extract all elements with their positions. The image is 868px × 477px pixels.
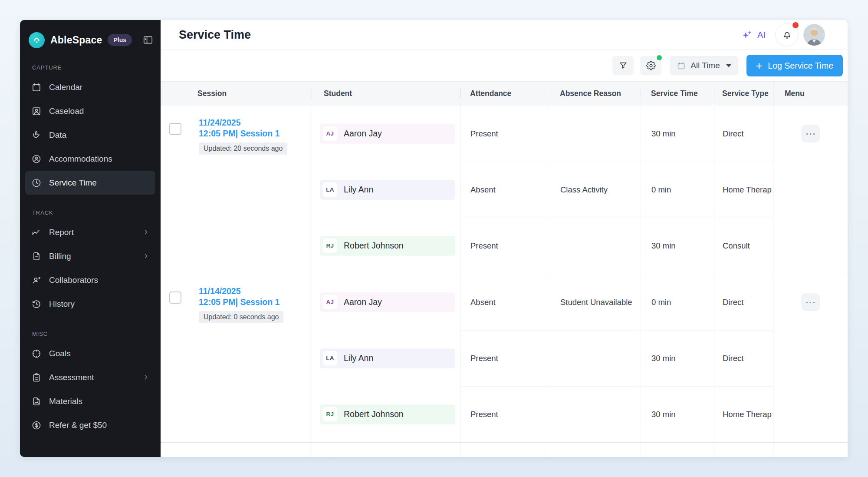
sparkle-icon (741, 29, 753, 41)
sidebar-item-collaborators[interactable]: Collaborators (25, 268, 155, 292)
table-settings-button[interactable] (640, 56, 661, 75)
column-header-session: Session (161, 82, 312, 106)
column-header-attendance: Attendance (460, 82, 547, 106)
student-name: Aaron Jay (344, 129, 382, 139)
session-date-link[interactable]: 11/24/2025 12:05 PM| Session 1 (199, 117, 287, 139)
sidebar-item-report[interactable]: Report (25, 220, 155, 244)
service-type-cell: Direct (714, 106, 773, 162)
student-chip[interactable]: LA Lily Ann (320, 348, 455, 368)
service-time-cell: 30 min (641, 106, 714, 162)
sidebar-item-refer-get-50[interactable]: Refer & get $50 (25, 413, 155, 437)
page-header: Service Time AI (161, 20, 848, 50)
plus-badge: Plus (108, 34, 132, 46)
service-time-cell: 0 min (641, 274, 714, 330)
session-date-link[interactable]: 11/14/2025 12:05 PM| Session 1 (199, 286, 283, 308)
logo-row: AbleSpace Plus (29, 30, 154, 50)
sidebar-item-history[interactable]: History (25, 292, 155, 316)
student-initials-badge: AJ (323, 126, 337, 141)
ai-label: AI (757, 30, 766, 40)
assessment-icon (31, 372, 42, 383)
session-checkbox[interactable] (169, 292, 181, 304)
student-cell: LA Lily Ann (312, 330, 460, 386)
sidebar-item-caseload[interactable]: Caseload (25, 99, 155, 123)
accommodations-icon (31, 154, 42, 164)
student-chip[interactable]: RJ Robert Johnson (320, 404, 455, 424)
app-window: AbleSpace Plus CAPTURE Calendar Caseload… (20, 20, 848, 457)
row-menu-button[interactable]: ⋯ (801, 293, 820, 311)
user-avatar[interactable] (803, 24, 825, 46)
page-title: Service Time (179, 28, 251, 42)
materials-icon (31, 396, 42, 407)
updated-badge: Updated: 20 seconds ago (199, 142, 287, 155)
notifications-button[interactable] (775, 23, 799, 46)
log-service-time-button[interactable]: + Log Service Time (746, 55, 843, 76)
session-time-name: 12:05 PM| Session 1 (199, 297, 283, 308)
sidebar-item-billing[interactable]: Billing (25, 244, 155, 268)
absence-reason-cell (547, 330, 641, 386)
student-initials-badge: AJ (323, 295, 337, 309)
student-name: Lily Ann (344, 353, 373, 363)
sidebar-item-label: Report (49, 228, 74, 237)
table-body: 11/24/2025 12:05 PM| Session 1 Updated: … (161, 106, 848, 457)
service-time-cell: 30 min (641, 330, 714, 386)
filter-button[interactable] (612, 56, 634, 75)
sidebar-item-materials[interactable]: Materials (25, 389, 155, 413)
sidebar-item-assessment[interactable]: Assessment (25, 365, 155, 389)
log-service-time-label: Log Service Time (768, 61, 833, 71)
row-menu-button[interactable]: ⋯ (801, 125, 820, 142)
date-range-dropdown[interactable]: All Time (670, 56, 738, 75)
menu-cell: ⋯ (773, 274, 848, 330)
student-name: Aaron Jay (344, 297, 382, 307)
attendance-cell: Absent (460, 274, 547, 330)
notification-dot (792, 22, 799, 28)
session-group: 11/14/2025 12:05 PM| Session 1 Updated: … (161, 274, 848, 443)
sidebar-item-accommodations[interactable]: Accommodations (25, 147, 155, 171)
student-chip[interactable]: RJ Robert Johnson (320, 236, 455, 256)
absence-reason-cell (547, 218, 641, 274)
sidebar-item-data[interactable]: Data (25, 123, 155, 147)
session-cell: 11/14/2025 12:05 PM| Session 1 Updated: … (161, 274, 312, 442)
menu-cell (773, 162, 848, 218)
partial-row (161, 443, 848, 457)
ablespace-logo-icon (29, 32, 45, 48)
student-cell: AJ Aaron Jay (312, 274, 460, 330)
column-header-menu: Menu (773, 82, 848, 106)
column-header-service-type: Service Type (714, 82, 773, 106)
session-time-name: 12:05 PM| Session 1 (199, 128, 287, 139)
student-cell: LA Lily Ann (312, 162, 460, 218)
session-checkbox[interactable] (169, 123, 181, 135)
student-name: Robert Johnson (344, 241, 404, 251)
sidebar-item-label: Caseload (49, 106, 84, 116)
ai-assistant-button[interactable]: AI (741, 29, 766, 41)
calendar-icon (31, 82, 42, 93)
sidebar-item-label: Accommodations (49, 154, 112, 164)
empty-cell (773, 443, 848, 457)
sidebar-item-label: Billing (49, 252, 71, 261)
sidebar-section-label: TRACK (32, 209, 148, 216)
collapse-sidebar-icon[interactable] (142, 34, 154, 46)
main-panel: Service Time AI (161, 20, 848, 457)
absence-reason-cell (547, 386, 641, 442)
service-time-cell: 0 min (641, 162, 714, 218)
chevron-down-icon (726, 64, 731, 67)
student-name: Lily Ann (344, 185, 373, 195)
sidebar-item-label: History (49, 299, 75, 309)
chevron-right-icon (143, 253, 149, 259)
sidebar-item-service-time[interactable]: Service Time (25, 171, 155, 195)
menu-cell (773, 218, 848, 274)
bell-icon (782, 30, 792, 40)
refer-icon (31, 420, 42, 431)
service-type-cell: Direct (714, 274, 773, 330)
session-cell: 11/24/2025 12:05 PM| Session 1 Updated: … (161, 106, 312, 274)
student-chip[interactable]: AJ Aaron Jay (320, 124, 455, 144)
sidebar-item-goals[interactable]: Goals (25, 341, 155, 365)
caseload-icon (31, 106, 42, 116)
student-chip[interactable]: LA Lily Ann (320, 180, 455, 200)
student-cell: RJ Robert Johnson (312, 218, 460, 274)
sidebar-section-label: MISC (32, 331, 148, 337)
sidebar: AbleSpace Plus CAPTURE Calendar Caseload… (20, 20, 161, 457)
student-chip[interactable]: AJ Aaron Jay (320, 292, 455, 312)
menu-cell: ⋯ (773, 106, 848, 162)
student-initials-badge: LA (323, 182, 337, 197)
sidebar-item-calendar[interactable]: Calendar (25, 75, 155, 99)
